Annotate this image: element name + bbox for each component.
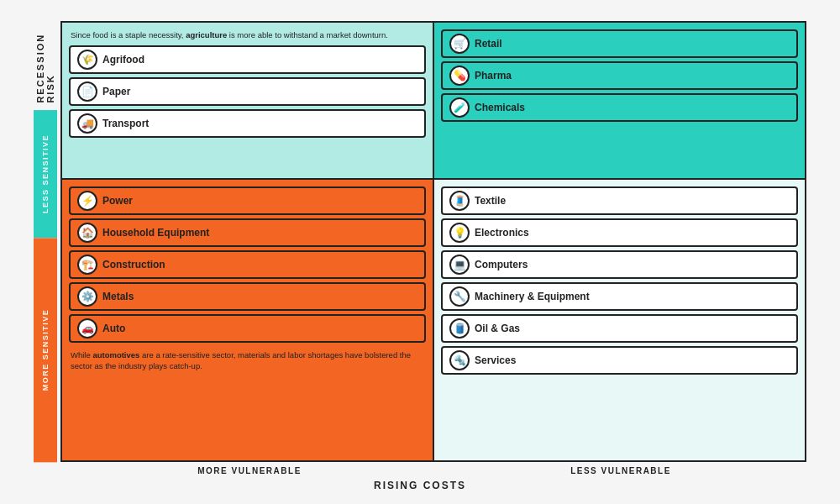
sector-pharma: 💊 Pharma [441, 61, 798, 90]
chemicals-icon: 🧪 [449, 97, 470, 118]
transport-label: Transport [102, 118, 149, 129]
agrifood-label: Agrifood [102, 54, 144, 66]
services-label: Services [475, 354, 516, 366]
quadrant-bottom-right: 🧵 Textile 💡 Electronics 💻 Computers 🔧 Ma… [433, 179, 806, 463]
paper-label: Paper [102, 86, 130, 97]
oil-gas-label: Oil & Gas [475, 323, 520, 334]
machinery-equipment-icon: 🔧 [449, 286, 470, 307]
grid-container: Since food is a staple necessity, agricu… [60, 21, 806, 462]
pharma-icon: 💊 [449, 66, 470, 86]
sector-agrifood: 🌾 Agrifood [69, 45, 426, 74]
agrifood-icon: 🌾 [77, 50, 97, 70]
x-vuln-labels: MORE VULNERABLE LESS VULNERABLE [64, 464, 806, 478]
y-axis-container: RECESSION RISK LESS SENSITIVE MORE SENSI… [34, 21, 57, 462]
computers-icon: 💻 [449, 255, 470, 275]
power-label: Power [102, 195, 133, 207]
x-axis-main-label: RISING COSTS [34, 480, 806, 491]
construction-label: Construction [102, 259, 165, 270]
machinery-equipment-label: Machinery & Equipment [475, 291, 590, 302]
textile-label: Textile [475, 195, 506, 207]
sector-paper: 📄 Paper [69, 77, 426, 106]
transport-icon: 🚚 [77, 113, 97, 134]
chart-wrapper: RECESSION RISK LESS SENSITIVE MORE SENSI… [25, 13, 815, 491]
electronics-icon: 💡 [449, 223, 470, 243]
sector-textile: 🧵 Textile [441, 186, 798, 215]
sector-auto: 🚗 Auto [69, 314, 426, 343]
sector-chemicals: 🧪 Chemicals [441, 93, 798, 122]
annotation-bottom-left: While automotives are a rate-sensitive s… [69, 349, 426, 372]
grid-row-top: Since food is a staple necessity, agricu… [60, 21, 806, 179]
x-axis-area: MORE VULNERABLE LESS VULNERABLE RISING C… [34, 464, 806, 491]
sector-construction: 🏗️ Construction [69, 250, 426, 279]
y-axis-less-sensitive: LESS SENSITIVE [34, 110, 57, 238]
y-axis-more-sensitive: MORE SENSITIVE [34, 238, 57, 462]
metals-label: Metals [102, 291, 134, 302]
sector-retail: 🛒 Retail [441, 29, 798, 58]
services-icon: 🔩 [449, 350, 470, 370]
y-axis-sublabels: LESS SENSITIVE MORE SENSITIVE [34, 110, 57, 462]
electronics-label: Electronics [475, 227, 529, 239]
sector-power: ⚡ Power [69, 186, 426, 215]
quadrant-top-left: Since food is a staple necessity, agricu… [60, 21, 433, 179]
paper-icon: 📄 [77, 81, 97, 102]
sector-oil-gas: 🛢️ Oil & Gas [441, 314, 798, 343]
auto-icon: 🚗 [77, 318, 97, 339]
household-equipment-icon: 🏠 [77, 223, 97, 243]
textile-icon: 🧵 [449, 191, 470, 211]
quadrant-top-right: 🛒 Retail 💊 Pharma 🧪 Chemicals [433, 21, 806, 179]
oil-gas-icon: 🛢️ [449, 318, 470, 339]
sector-metals: ⚙️ Metals [69, 282, 426, 311]
quadrant-bottom-left: ⚡ Power 🏠 Household Equipment 🏗️ Constru… [60, 179, 433, 463]
household-equipment-label: Household Equipment [102, 227, 209, 239]
sector-transport: 🚚 Transport [69, 109, 426, 138]
main-area: RECESSION RISK LESS SENSITIVE MORE SENSI… [34, 21, 806, 462]
retail-label: Retail [475, 38, 502, 50]
x-vuln-left: MORE VULNERABLE [64, 464, 435, 478]
auto-label: Auto [102, 323, 125, 334]
x-vuln-right: LESS VULNERABLE [435, 464, 806, 478]
sector-computers: 💻 Computers [441, 250, 798, 279]
sector-services: 🔩 Services [441, 346, 798, 375]
pharma-label: Pharma [475, 70, 512, 81]
sector-electronics: 💡 Electronics [441, 218, 798, 247]
y-axis-main-label: RECESSION RISK [35, 21, 55, 103]
computers-label: Computers [475, 259, 528, 270]
sector-machinery-equipment: 🔧 Machinery & Equipment [441, 282, 798, 311]
metals-icon: ⚙️ [77, 286, 97, 307]
sector-household-equipment: 🏠 Household Equipment [69, 218, 426, 247]
chemicals-label: Chemicals [475, 102, 525, 113]
power-icon: ⚡ [77, 191, 97, 211]
grid-row-bottom: ⚡ Power 🏠 Household Equipment 🏗️ Constru… [60, 179, 806, 463]
retail-icon: 🛒 [449, 34, 470, 54]
annotation-top-left: Since food is a staple necessity, agricu… [69, 29, 426, 40]
construction-icon: 🏗️ [77, 255, 97, 275]
